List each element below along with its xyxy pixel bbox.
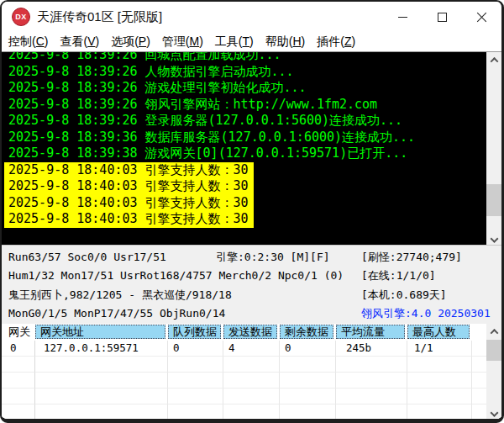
- log-line-text: 2025-9-8 18:39:26 登录服务器(127.0.0.1:5600)连…: [8, 113, 402, 128]
- menu-manage[interactable]: 管理(M): [156, 33, 209, 51]
- status-engine-uptime: 引擎:0:2:30 [M][F]: [216, 248, 330, 267]
- menu-help[interactable]: 帮助(H): [260, 33, 311, 51]
- scroll-down-button[interactable]: [486, 404, 501, 419]
- status-panel: Run63/57 Soc0/0 Usr17/51 引擎:0:2:30 [M][F…: [2, 245, 501, 324]
- column-header-address[interactable]: 网关地址: [35, 324, 168, 341]
- column-header-max-users-label: 最高人数: [407, 325, 470, 339]
- status-object-counters: Hum1/32 Mon17/51 UsrRot168/4757 Merch0/2…: [8, 269, 344, 282]
- scrollbar-thumb[interactable]: [486, 184, 501, 216]
- app-logo-icon: DX: [12, 8, 30, 26]
- menu-view[interactable]: 查看(V): [54, 33, 105, 51]
- log-line-highlighted: 2025-9-8 18:40:03 引擎支持人数：30: [2, 195, 487, 212]
- empty-cell: [336, 404, 407, 420]
- empty-cell: [168, 389, 223, 404]
- log-line: 2025-9-8 18:39:26 翎风引擎网站：http://www.1fm2…: [2, 97, 487, 114]
- menu-manage-label: 管理(: [162, 34, 190, 48]
- log-line-text: 2025-9-8 18:40:03 引擎支持人数：30: [4, 162, 254, 179]
- column-header-avg-flow[interactable]: 平均流量: [336, 324, 407, 341]
- menu-options-mnemonic: P: [139, 34, 146, 48]
- cell-gateway-address: 127.0.0.1:59571: [35, 341, 168, 357]
- table-row-empty: [2, 404, 487, 420]
- menu-control-label: 控制(: [8, 34, 36, 48]
- menu-plugins-close: ): [351, 34, 355, 48]
- menu-tools-mnemonic: T: [243, 34, 250, 48]
- log-line-highlighted: 2025-9-8 18:40:03 引擎支持人数：30: [2, 178, 487, 195]
- empty-cell: [223, 373, 280, 389]
- menu-manage-mnemonic: M: [190, 34, 200, 48]
- log-line: 2025-9-8 18:39:26 人物数据引擎启动成功...: [2, 64, 487, 81]
- maximize-icon: [438, 13, 447, 22]
- empty-cell: [168, 404, 223, 420]
- status-row-2: Hum1/32 Mon17/51 UsrRot168/4757 Merch0/2…: [2, 267, 501, 285]
- column-header-remaining[interactable]: 剩余数据: [280, 324, 336, 341]
- cell-filler: [472, 341, 487, 357]
- status-mon-gen-counters: MonG0/1/5 MonP17/47/55 ObjRun0/14: [8, 307, 225, 320]
- app-window: DX 天涯传奇01区 [无限版] 控制(C) 查看(V) 选项(P) 管理(M)…: [0, 0, 504, 423]
- console-scrollbar[interactable]: [486, 52, 501, 245]
- log-line-text: 2025-9-8 18:39:26 人物数据引擎启动成功...: [8, 64, 294, 79]
- chevron-up-icon: [490, 328, 498, 336]
- table-row-empty: [2, 389, 487, 404]
- window-title: 天涯传奇01区 [无限版]: [37, 9, 162, 25]
- menu-tools[interactable]: 工具(T): [209, 33, 260, 51]
- log-line: 2025-9-8 18:39:38 游戏网关[0](127.0.0.1:5957…: [2, 145, 487, 162]
- column-header-gateway[interactable]: 网关: [2, 324, 35, 341]
- empty-cell: [280, 357, 336, 373]
- empty-cell: [280, 404, 336, 420]
- log-line-text: 2025-9-8 18:40:03 引擎支持人数：30: [4, 178, 254, 195]
- empty-cell: [2, 389, 35, 404]
- column-header-queue-label: 队列数据: [168, 325, 221, 339]
- table-row-empty: [2, 357, 487, 373]
- empty-cell: [336, 389, 407, 404]
- log-line-text: 2025-9-8 18:39:26 翎风引擎网站：http://www.1fm2…: [8, 97, 377, 112]
- engine-version: 翎风引擎:4.0 20250301: [361, 304, 491, 323]
- menu-plugins[interactable]: 插件(Z): [311, 33, 361, 51]
- maximize-button[interactable]: [423, 2, 462, 32]
- column-header-queue[interactable]: 队列数据: [168, 324, 223, 341]
- gateway-table: 网关 网关地址 队列数据 发送数据 剩余数据 平均流量 最高人数 0 127.0…: [2, 324, 501, 419]
- log-line-text: 2025-9-8 18:39:26 游戏处理引擎初始化成功...: [8, 80, 307, 95]
- log-line-text: 2025-9-8 18:39:26 回城点配置加载成功...: [8, 52, 281, 62]
- empty-cell: [336, 373, 407, 389]
- column-header-max-users[interactable]: 最高人数: [407, 324, 472, 341]
- menu-view-label: 查看(: [60, 34, 87, 48]
- menu-help-mnemonic: H: [292, 34, 301, 48]
- chevron-down-icon: [490, 408, 498, 416]
- table-scrollbar[interactable]: [486, 324, 501, 419]
- menu-options[interactable]: 选项(P): [105, 33, 156, 51]
- minimize-button[interactable]: [383, 2, 423, 32]
- table-row[interactable]: 0 127.0.0.1:59571 0 4 0 245b 1/1: [2, 341, 487, 357]
- column-header-address-label: 网关地址: [35, 325, 165, 339]
- status-row-1: Run63/57 Soc0/0 Usr17/51 引擎:0:2:30 [M][F…: [2, 248, 501, 267]
- column-header-remaining-label: 剩余数据: [280, 325, 333, 339]
- scrollbar-thumb[interactable]: [486, 340, 501, 361]
- window-controls: [383, 2, 501, 32]
- log-line-highlighted: 2025-9-8 18:40:03 引擎支持人数：30: [2, 162, 487, 179]
- empty-cell: [472, 357, 487, 373]
- status-boss-info: 鬼王别西卜,982/1205 - 黑衣巡使/918/18: [8, 288, 232, 301]
- menu-control[interactable]: 控制(C): [3, 33, 54, 51]
- table-row-empty: [2, 373, 487, 389]
- empty-cell: [2, 373, 35, 389]
- empty-cell: [407, 389, 472, 404]
- menu-help-label: 帮助(: [265, 34, 293, 48]
- close-button[interactable]: [462, 2, 501, 32]
- log-line: 2025-9-8 18:39:26 登录服务器(127.0.0.1:5600)连…: [2, 113, 487, 130]
- scroll-up-button[interactable]: [486, 324, 501, 339]
- column-header-sent[interactable]: 发送数据: [223, 324, 280, 341]
- empty-cell: [407, 357, 472, 373]
- empty-cell: [280, 389, 336, 404]
- menu-view-close: ): [95, 34, 99, 48]
- log-lines: 2025-9-8 18:39:26 回城点配置加载成功... 2025-9-8 …: [2, 52, 487, 228]
- status-row-4: MonG0/1/5 MonP17/47/55 ObjRun0/14 翎风引擎:4…: [2, 304, 501, 323]
- log-line-highlighted: 2025-9-8 18:40:03 引擎支持人数：30: [2, 211, 487, 228]
- empty-cell: [407, 373, 472, 389]
- scroll-up-button[interactable]: [486, 52, 501, 67]
- menu-tools-label: 工具(: [215, 34, 243, 48]
- empty-cell: [168, 357, 223, 373]
- status-monster-spawn: [刷怪:27740;479]: [361, 248, 462, 267]
- scroll-down-button[interactable]: [486, 230, 501, 245]
- menu-control-mnemonic: C: [36, 34, 45, 48]
- menu-options-close: ): [146, 34, 150, 48]
- empty-cell: [35, 357, 168, 373]
